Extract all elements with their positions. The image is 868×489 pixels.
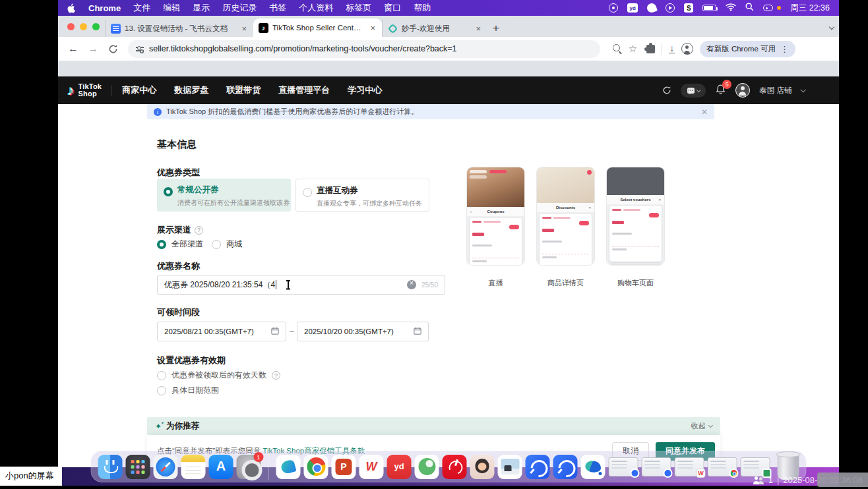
dock-icon-blue-swirl-a[interactable] xyxy=(526,455,550,479)
menu-help[interactable]: 帮助 xyxy=(414,2,431,14)
menu-edit[interactable]: 编辑 xyxy=(163,2,180,14)
dock-icon-youdao[interactable] xyxy=(387,455,412,479)
dock-icon-netease-music[interactable] xyxy=(443,455,467,479)
address-bar[interactable]: seller.tiktokshopglobalselling.com/promo… xyxy=(128,40,600,58)
status-youdao-icon[interactable] xyxy=(627,3,638,13)
validity-option-days[interactable]: 优惠券被领取后的有效天数 xyxy=(157,370,280,381)
dock-icon-finder[interactable] xyxy=(98,455,123,479)
calendar-icon[interactable] xyxy=(414,327,421,336)
tab-tiktok-seller-center[interactable]: TikTok Shop Seller Center | C × xyxy=(253,18,382,37)
wifi-icon[interactable] xyxy=(726,3,736,13)
dock-icon-chrome[interactable] xyxy=(304,455,328,479)
minimized-window-blue-2[interactable] xyxy=(642,457,671,476)
recommendation-bar[interactable]: ✦ 为你推荐 收起 xyxy=(147,417,720,435)
refresh-icon[interactable] xyxy=(662,86,671,95)
bookmark-star-icon[interactable]: ☆ xyxy=(629,43,637,55)
tab-miaoshou[interactable]: 妙手-欢迎使用 × xyxy=(382,20,487,37)
dock-icon-avatar-assistant[interactable] xyxy=(470,455,495,479)
close-window-button[interactable] xyxy=(67,23,75,30)
kebab-menu-icon[interactable]: ⋮ xyxy=(780,44,789,54)
claim-period-start-input[interactable]: 2025/08/21 00:35(GMT+7) xyxy=(157,322,286,341)
chrome-update-pill[interactable]: 有新版 Chrome 可用 ⋮ xyxy=(700,41,795,57)
apple-icon[interactable] xyxy=(67,3,76,13)
downloads-icon[interactable]: ↓ xyxy=(669,44,675,53)
menu-app-name[interactable]: Chrome xyxy=(88,3,121,13)
control-center-icon[interactable] xyxy=(763,5,773,11)
fullscreen-window-button[interactable] xyxy=(92,23,100,30)
dock-icon-swallow-app[interactable] xyxy=(276,455,301,479)
reload-button[interactable] xyxy=(104,40,121,57)
validity-option-range[interactable]: 具体日期范围 xyxy=(157,385,219,396)
dock-icon-powerpoint[interactable] xyxy=(332,455,356,479)
minimize-window-button[interactable] xyxy=(80,23,87,30)
close-tab-icon[interactable]: × xyxy=(240,24,248,34)
dock-icon-wps[interactable] xyxy=(359,455,384,479)
new-tab-button[interactable]: + xyxy=(487,20,505,37)
menu-file[interactable]: 文件 xyxy=(133,2,150,14)
nav-live-platform[interactable]: 直播管理平台 xyxy=(278,84,330,96)
voucher-type-regular-card[interactable]: 常规公开券 消费者可在所有公开流量渠道领取该券 xyxy=(157,179,291,212)
radio-selected-icon[interactable] xyxy=(164,187,173,196)
calendar-icon[interactable] xyxy=(271,327,279,336)
radio-unselected-icon[interactable] xyxy=(303,188,312,197)
dock-icon-system-settings[interactable]: 1 xyxy=(237,455,261,479)
store-selector-label[interactable]: 泰国 店铺 xyxy=(759,86,791,96)
dock-icon-launchpad[interactable] xyxy=(126,455,150,479)
messages-button[interactable] xyxy=(681,84,706,98)
channel-option-all[interactable]: 全部渠道 xyxy=(157,239,203,250)
help-icon[interactable] xyxy=(272,371,280,380)
radio-selected-icon[interactable] xyxy=(157,240,166,249)
dock-icon-app-store[interactable] xyxy=(209,455,233,479)
account-avatar[interactable] xyxy=(735,83,750,98)
minimized-window-wps[interactable] xyxy=(675,457,704,476)
dock-icon-notes[interactable] xyxy=(181,455,206,479)
dock-icon-safari[interactable] xyxy=(154,455,178,479)
minimized-window-chrome[interactable] xyxy=(708,457,737,476)
menu-tabs[interactable]: 标签页 xyxy=(346,2,371,14)
menu-view[interactable]: 显示 xyxy=(193,2,210,14)
radio-unselected-icon[interactable] xyxy=(212,240,221,249)
status-s-icon[interactable] xyxy=(684,3,693,13)
tab-feishu-doc[interactable]: 13. 设置促销活动 - 飞书云文档 × xyxy=(105,20,253,37)
extensions-icon[interactable] xyxy=(646,45,655,53)
voucher-type-live-card[interactable]: 直播互动券 直播观众专享，可绑定多种互动任务 xyxy=(295,179,429,212)
menu-window[interactable]: 窗口 xyxy=(384,2,401,14)
nav-learning-center[interactable]: 学习中心 xyxy=(348,84,382,96)
help-icon[interactable] xyxy=(195,226,203,235)
nav-affiliate[interactable]: 联盟带货 xyxy=(226,84,261,96)
banner-close-icon[interactable]: ✕ xyxy=(701,107,708,117)
notifications-button[interactable]: 5 xyxy=(715,84,726,98)
close-tab-icon[interactable]: × xyxy=(369,23,377,33)
channel-option-mall[interactable]: 商城 xyxy=(212,239,242,250)
back-button[interactable]: ← xyxy=(65,40,82,57)
tab-search-chevron-icon[interactable] xyxy=(830,20,834,32)
spotlight-icon[interactable] xyxy=(745,3,754,13)
status-swirl-icon[interactable] xyxy=(609,3,618,13)
dock-icon-gallery[interactable] xyxy=(498,455,522,479)
dock-icon-soul[interactable] xyxy=(415,455,439,479)
menu-profiles[interactable]: 个人资料 xyxy=(299,2,333,14)
menubar-clock[interactable]: 周三 22:36 xyxy=(790,3,830,14)
zoom-icon[interactable] xyxy=(613,44,622,53)
tiktok-logo-text[interactable]: TikTok Shop xyxy=(78,83,102,98)
minimized-window-blue-1[interactable] xyxy=(609,457,638,476)
site-settings-icon[interactable] xyxy=(136,45,144,52)
profile-icon[interactable] xyxy=(681,43,693,55)
status-play-icon[interactable] xyxy=(666,3,675,13)
dock-icon-blue-swirl-b[interactable] xyxy=(553,455,578,479)
radio-unselected-icon[interactable] xyxy=(157,371,166,380)
radio-unselected-icon[interactable] xyxy=(157,386,166,395)
voucher-name-input[interactable]: 优惠券 2025/08/20 21:35:54（4 25/50 xyxy=(157,275,445,295)
forward-button[interactable]: → xyxy=(84,40,102,57)
close-tab-icon[interactable]: × xyxy=(474,24,482,34)
status-swallow-icon[interactable] xyxy=(646,2,658,14)
store-chevron-icon[interactable] xyxy=(800,87,805,92)
battery-icon[interactable] xyxy=(702,5,716,11)
claim-period-end-input[interactable]: 2025/10/20 00:35(GMT+7) xyxy=(297,322,429,341)
nav-seller-center[interactable]: 商家中心 xyxy=(122,84,156,96)
clear-input-icon[interactable] xyxy=(407,280,416,289)
menu-history[interactable]: 历史记录 xyxy=(222,2,257,14)
dock-icon-docs-swallow[interactable] xyxy=(581,455,605,479)
nav-data-compass[interactable]: 数据罗盘 xyxy=(174,84,208,96)
minimized-window-sheet[interactable] xyxy=(741,457,770,476)
